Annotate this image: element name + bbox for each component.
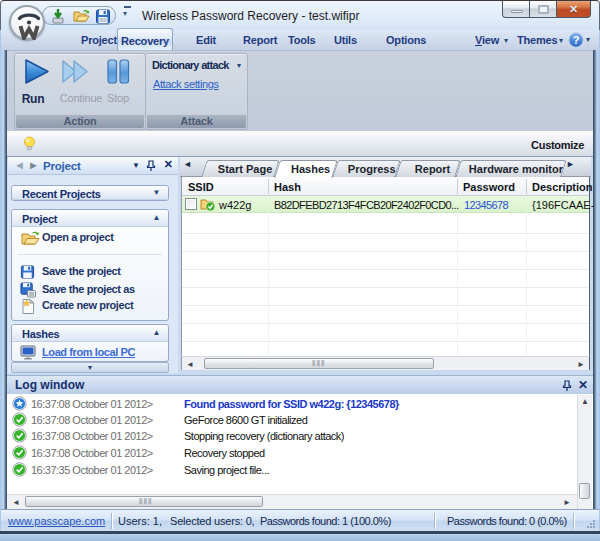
svg-text:?: ? (573, 34, 580, 46)
